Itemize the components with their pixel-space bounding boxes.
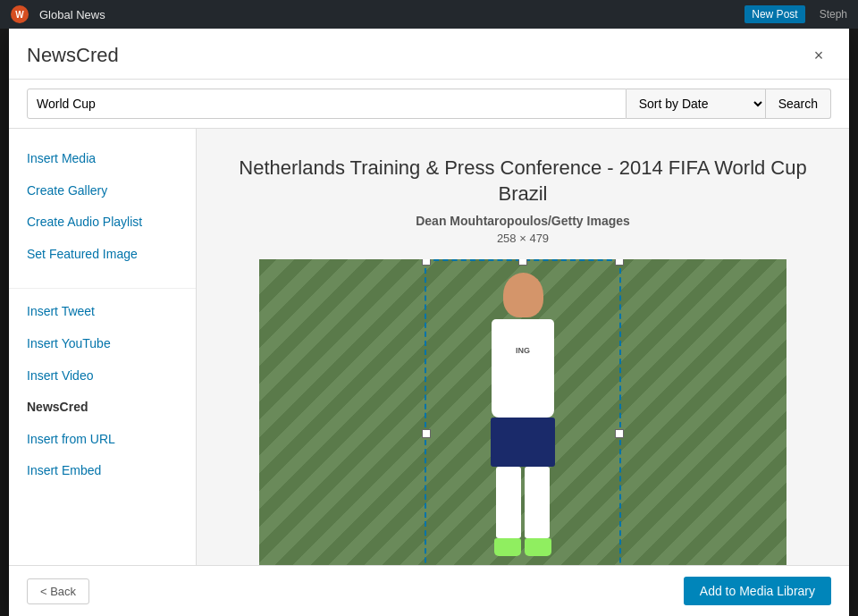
sidebar-item-insert-video[interactable]: Insert Video [9, 360, 196, 392]
sidebar-item-set-featured-image[interactable]: Set Featured Image [9, 239, 196, 271]
player-overlay: ING [259, 259, 786, 565]
sidebar-item-create-audio-playlist[interactable]: Create Audio Playlist [9, 207, 196, 239]
modal-dialog: NewsCred × Sort by Date Sort by Relevanc… [9, 29, 849, 616]
player-boot-right [525, 538, 551, 556]
player-head [503, 273, 543, 317]
player-body: ING [492, 319, 554, 418]
player-leg-right [525, 467, 550, 538]
modal-overlay: NewsCred × Sort by Date Sort by Relevanc… [0, 29, 858, 616]
sidebar-section-2: Insert Tweet Insert YouTube Insert Video… [9, 296, 196, 487]
player-shorts [491, 418, 555, 467]
modal-body: Insert Media Create Gallery Create Audio… [9, 129, 849, 565]
sort-select[interactable]: Sort by Date Sort by Relevance [627, 89, 766, 119]
sidebar-divider [9, 288, 196, 289]
close-button[interactable]: × [806, 43, 831, 68]
player-leg-left [496, 467, 521, 538]
sidebar-item-insert-youtube[interactable]: Insert YouTube [9, 328, 196, 360]
sidebar-item-create-gallery[interactable]: Create Gallery [9, 175, 196, 207]
search-input[interactable] [27, 89, 627, 119]
add-to-media-library-button[interactable]: Add to Media Library [684, 577, 831, 605]
sidebar-item-insert-from-url[interactable]: Insert from URL [9, 424, 196, 456]
search-button[interactable]: Search [766, 89, 831, 119]
player-figure: ING [442, 273, 603, 565]
site-name: Global News [39, 8, 105, 21]
player-legs [442, 467, 603, 538]
back-button[interactable]: < Back [27, 578, 89, 604]
player-boots [442, 538, 603, 556]
new-post-button[interactable]: New Post [744, 5, 804, 23]
image-container[interactable]: ING [259, 259, 786, 565]
sidebar-item-insert-tweet[interactable]: Insert Tweet [9, 296, 196, 328]
user-name: Steph [820, 8, 847, 21]
sidebar-item-insert-embed[interactable]: Insert Embed [9, 455, 196, 487]
sidebar: Insert Media Create Gallery Create Audio… [9, 129, 197, 565]
selected-image: ING [259, 259, 786, 565]
admin-bar: W Global News New Post Steph [0, 0, 858, 29]
image-title: Netherlands Training & Press Conference … [232, 156, 813, 207]
sidebar-item-insert-media[interactable]: Insert Media [9, 143, 196, 175]
modal-title: NewsCred [27, 44, 119, 67]
sidebar-item-newscred[interactable]: NewsCred [9, 392, 196, 424]
admin-bar-right: New Post Steph [744, 5, 847, 23]
image-dimensions: 258 × 479 [497, 232, 549, 245]
sidebar-section-1: Insert Media Create Gallery Create Audio… [9, 143, 196, 270]
search-bar: Sort by Date Sort by Relevance Search [9, 80, 849, 129]
modal-footer: < Back Add to Media Library [9, 565, 849, 616]
main-content: Netherlands Training & Press Conference … [197, 129, 849, 565]
wp-logo: W [11, 5, 29, 23]
player-boot-left [494, 538, 521, 556]
jersey-logo: ING [492, 319, 554, 355]
image-credit: Dean Mouhtaropoulos/Getty Images [416, 214, 630, 228]
modal-header: NewsCred × [9, 29, 849, 80]
admin-bar-left: W Global News [11, 5, 105, 23]
